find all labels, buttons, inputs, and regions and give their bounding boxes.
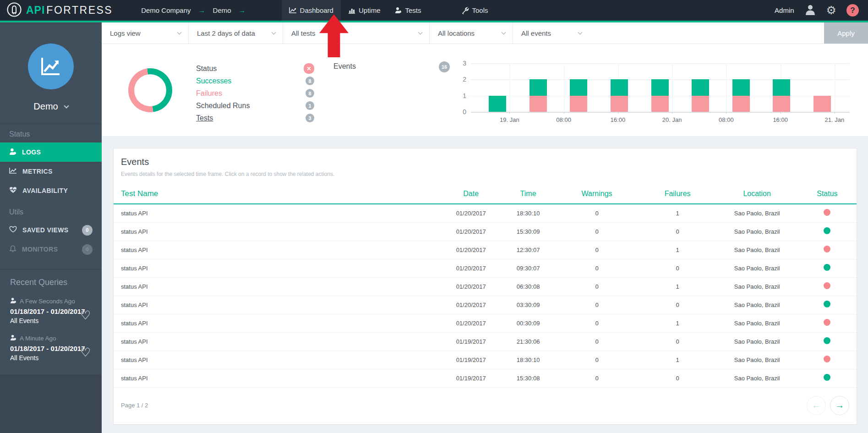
cell-time: 03:30:09 xyxy=(502,296,555,314)
apifortress-logo: API FORTRESS xyxy=(0,2,113,19)
table-row[interactable]: status API01/19/201715:30:0800Sao Paolo,… xyxy=(114,369,857,387)
prev-page-button[interactable]: ← xyxy=(807,396,826,415)
locations-select-value: All locations xyxy=(438,29,475,37)
cell-warnings: 0 xyxy=(555,259,639,277)
project-profile: Demo xyxy=(0,22,102,112)
events-count-badge: 16 xyxy=(439,61,450,72)
sidebar-section-status: Status xyxy=(0,124,102,143)
tab-tests-label: Tests xyxy=(405,6,421,14)
summary-tests-link[interactable]: Tests xyxy=(196,114,213,122)
cell-date: 01/20/2017 xyxy=(441,277,502,296)
table-row[interactable]: status API01/20/201703:30:0900Sao Paolo,… xyxy=(114,296,857,314)
status-summary-list: Status ✕ Successes 8 Failures 8 Schedule… xyxy=(196,44,314,136)
y-axis-tick-label: 1 xyxy=(450,92,466,99)
locations-select[interactable]: All locations xyxy=(430,22,513,44)
bar-segment-successes xyxy=(692,79,709,95)
tab-uptime[interactable]: Uptime xyxy=(341,0,388,21)
favorite-heart-icon[interactable]: ♡ xyxy=(80,309,91,321)
successes-count-badge: 8 xyxy=(306,77,314,85)
query-user-icon xyxy=(10,297,16,305)
cell-warnings: 0 xyxy=(555,296,639,314)
sidebar-item-monitors[interactable]: MONITORS 0 xyxy=(0,240,102,259)
project-selector[interactable]: Demo xyxy=(33,101,68,112)
date-range-select[interactable]: Last 2 days of data xyxy=(189,22,283,44)
apply-button[interactable]: Apply xyxy=(824,22,868,44)
sidebar-item-metrics[interactable]: METRICS xyxy=(0,162,102,181)
table-row[interactable]: status API01/20/201718:30:1001Sao Paolo,… xyxy=(114,204,857,222)
metrics-icon xyxy=(9,167,17,175)
favorite-heart-icon[interactable]: ♡ xyxy=(80,346,91,358)
vertical-gridline xyxy=(835,63,835,112)
cell-date: 01/19/2017 xyxy=(441,351,502,369)
table-row[interactable]: status API01/20/201712:30:0701Sao Paolo,… xyxy=(114,241,857,259)
tests-select-value: All tests xyxy=(291,29,316,37)
breadcrumb-company[interactable]: Demo Company xyxy=(141,6,191,14)
sidebar-item-availability[interactable]: AVAILABILITY xyxy=(0,181,102,200)
chart-bar xyxy=(530,79,547,112)
project-name: Demo xyxy=(33,101,58,112)
chart-bar xyxy=(611,79,628,112)
user-account-icon[interactable] xyxy=(804,4,816,17)
tools-menu[interactable]: Tools xyxy=(462,6,488,14)
filter-bar: Logs view Last 2 days of data All tests … xyxy=(102,22,868,44)
logo-text-fortress: FORTRESS xyxy=(46,4,113,16)
table-row[interactable]: status API01/20/201700:30:0901Sao Paolo,… xyxy=(114,314,857,332)
y-axis-tick-label: 3 xyxy=(450,60,466,67)
x-axis-tick-label: 20. Jan xyxy=(662,116,682,123)
table-row[interactable]: status API01/20/201706:30:0801Sao Paolo,… xyxy=(114,277,857,296)
view-select[interactable]: Logs view xyxy=(102,22,189,44)
cell-warnings: 0 xyxy=(555,369,639,387)
summary-label: Successes xyxy=(196,77,231,85)
logs-icon xyxy=(9,148,16,157)
cell-date: 01/19/2017 xyxy=(441,332,502,351)
tab-uptime-label: Uptime xyxy=(359,6,381,14)
tests-select[interactable]: All tests xyxy=(283,22,430,44)
cell-test: status API xyxy=(114,259,441,277)
scheduled-runs-count-badge: 1 xyxy=(306,101,314,110)
cell-warnings: 0 xyxy=(555,351,639,369)
cell-time: 12:30:07 xyxy=(502,241,555,259)
table-row[interactable]: status API01/20/201715:30:0900Sao Paolo,… xyxy=(114,222,857,241)
tests-icon xyxy=(395,7,402,14)
cell-status xyxy=(798,241,857,259)
cell-location: Sao Paolo, Brazil xyxy=(716,259,797,277)
next-page-button[interactable]: → xyxy=(830,396,849,415)
summary-strip: Status ✕ Successes 8 Failures 8 Schedule… xyxy=(102,44,868,136)
vertical-gridline xyxy=(726,63,727,112)
events-summary-label: Events xyxy=(333,62,356,71)
recent-query-item[interactable]: A Few Seconds Ago 01/18/2017 - 01/20/201… xyxy=(6,297,95,324)
table-row[interactable]: status API01/20/201709:30:0700Sao Paolo,… xyxy=(114,259,857,277)
breadcrumb-project[interactable]: Demo xyxy=(213,6,231,14)
events-select[interactable]: All events xyxy=(513,22,589,44)
top-navbar: API FORTRESS Demo Company → Demo → Dashb… xyxy=(0,0,868,21)
col-test-name: Test Name xyxy=(114,184,441,204)
events-bar-chart: 19. Jan08:0016:0020. Jan08:0016:0021. Ja… xyxy=(450,63,850,136)
tab-tests[interactable]: Tests xyxy=(388,0,428,21)
table-row[interactable]: status API01/19/201721:30:0600Sao Paolo,… xyxy=(114,332,857,351)
cell-time: 00:30:09 xyxy=(502,314,555,332)
project-avatar[interactable] xyxy=(28,44,74,89)
table-row[interactable]: status API01/19/201718:30:1001Sao Paolo,… xyxy=(114,351,857,369)
cell-failures: 0 xyxy=(639,222,716,241)
chart-bar xyxy=(651,79,669,112)
sidebar-item-logs[interactable]: LOGS xyxy=(0,143,102,162)
cell-status xyxy=(798,332,857,351)
query-time-label: A Few Seconds Ago xyxy=(20,298,75,305)
help-icon[interactable]: ? xyxy=(846,4,859,16)
failures-count-badge: 8 xyxy=(306,89,314,98)
cell-status xyxy=(798,222,857,241)
x-axis-tick xyxy=(618,112,618,114)
cell-failures: 1 xyxy=(639,241,716,259)
gear-icon[interactable]: ⚙ xyxy=(826,5,836,16)
y-axis-tick-label: 0 xyxy=(450,108,466,115)
cell-date: 01/20/2017 xyxy=(441,314,502,332)
cell-test: status API xyxy=(114,314,441,332)
cell-time: 06:30:08 xyxy=(502,277,555,296)
cell-failures: 1 xyxy=(639,314,716,332)
sidebar-item-saved-views[interactable]: SAVED VIEWS 0 xyxy=(0,220,102,240)
cell-status xyxy=(798,259,857,277)
breadcrumb-arrow-icon: → xyxy=(198,6,206,15)
col-failures: Failures xyxy=(639,184,716,204)
summary-row-tests: Tests 3 xyxy=(196,112,314,124)
recent-query-item[interactable]: A Minute Ago 01/18/2017 - 01/20/2017 All… xyxy=(6,334,95,362)
